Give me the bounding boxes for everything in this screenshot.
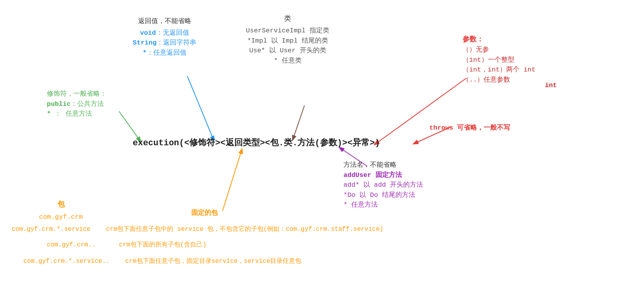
class-use: Use* 以 User 开头的类: [246, 46, 329, 56]
modifier-any: * ： 任意方法: [47, 109, 107, 119]
params-any: （..）任意参数: [463, 75, 535, 85]
class-title: 类: [246, 14, 329, 24]
params-none: （）无参: [463, 45, 535, 55]
package-row-3: com.gyf.crm.*.service.. crm包下面任意子包，固定目录s…: [23, 257, 301, 266]
pkg-2-desc: crm包下面的所有子包(含自己): [119, 240, 206, 250]
diagram: execution(<修饰符><返回类型><包.类.方法(参数)><异常>) 返…: [0, 0, 644, 298]
modifier-section: 修饰符，一般省略： public：公共方法 * ： 任意方法: [47, 89, 107, 119]
pkg-3-desc: crm包下面任意子包，固定目录service，service目录任意包: [125, 257, 301, 266]
pkg-2-label: com.gyf.crm..: [47, 240, 96, 250]
pkg-1-label: com.gyf.crm.*.service: [12, 225, 91, 234]
throws-text: throws 可省略，一般不写: [429, 124, 510, 132]
throws-section: throws 可省略，一般不写: [429, 123, 510, 133]
fixed-package-label: 固定的包: [191, 208, 218, 218]
params-section: 参数： （）无参 （int）一个整型 （int，int）两个 int （..）任…: [463, 34, 535, 85]
return-value-title: 返回值，不能省略: [133, 16, 196, 27]
svg-line-0: [187, 76, 214, 141]
svg-line-6: [222, 149, 242, 211]
return-void: void：无返回值: [133, 28, 196, 38]
method-title: 方法名，不能省略: [343, 160, 423, 170]
package-row-1: com.gyf.crm.*.service crm包下面任意子包中的 servi…: [12, 225, 383, 234]
package-gyf: com.gyf.crm: [39, 212, 83, 222]
class-any: * 任意类: [246, 56, 329, 66]
main-expression: execution(<修饰符><返回类型><包.类.方法(参数)><异常>): [133, 137, 380, 150]
return-any: *：任意返回值: [133, 48, 196, 58]
method-section: 方法名，不能省略 addUser 固定方法 add* 以 add 开头的方法 *…: [343, 160, 423, 210]
modifier-public: public：公共方法: [47, 99, 107, 109]
fixed-package-text: 固定的包: [191, 209, 218, 217]
method-do: *Do 以 Do 结尾的方法: [343, 190, 423, 200]
return-value-section: 返回值，不能省略 void：无返回值 String：返回字符串 *：任意返回值: [133, 16, 196, 58]
class-section: 类 UserServiceImpl 指定类 *Impl 以 Impl 结尾的类 …: [246, 14, 329, 66]
int-detection: int: [545, 80, 557, 91]
pkg-3-label: com.gyf.crm.*.service..: [23, 257, 110, 266]
package-title: 包: [39, 199, 83, 211]
params-title: 参数：: [463, 34, 535, 45]
pkg-1-desc: crm包下面任意子包中的 service 包，不包含它的子包(例如：com.gy…: [106, 225, 383, 234]
params-two-int: （int，int）两个 int: [463, 65, 535, 75]
class-userimpl: UserServiceImpl 指定类: [246, 26, 329, 36]
method-adduser: addUser 固定方法: [343, 170, 423, 180]
method-any: * 任意方法: [343, 200, 423, 210]
class-impl: *Impl 以 Impl 结尾的类: [246, 36, 329, 46]
svg-line-2: [293, 105, 304, 140]
modifier-title: 修饰符，一般省略：: [47, 89, 107, 99]
method-add-any: add* 以 add 开头的方法: [343, 180, 423, 190]
params-int: （int）一个整型: [463, 55, 535, 65]
svg-line-4: [375, 78, 466, 145]
return-string: String：返回字符串: [133, 38, 196, 48]
package-row-2: com.gyf.crm.. crm包下面的所有子包(含自己): [47, 240, 206, 250]
package-section: 包 com.gyf.crm: [39, 199, 83, 222]
